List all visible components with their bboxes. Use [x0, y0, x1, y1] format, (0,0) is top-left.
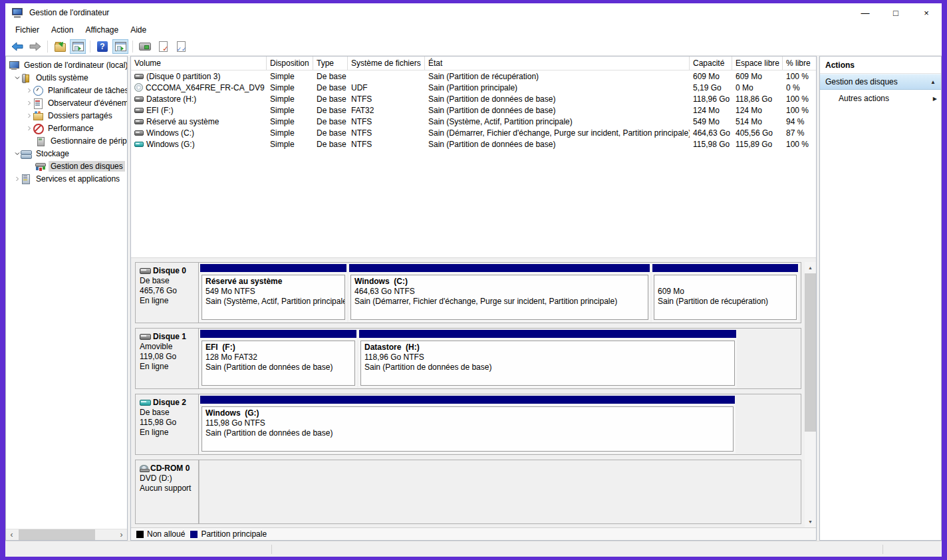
- tree-item-dossiers-partages[interactable]: Dossiers partagés: [6, 109, 127, 122]
- menu-aide[interactable]: Aide: [124, 23, 152, 37]
- column-header-espace-libre[interactable]: Espace libre: [732, 57, 783, 70]
- scrollbar-track[interactable]: [17, 529, 116, 541]
- disk-size: 119,08 Go: [140, 352, 196, 362]
- partition-block[interactable]: Windows (G:) 115,98 Go NTFS Sain (Partit…: [200, 395, 736, 454]
- volume-row[interactable]: CCCOMA_X64FRE_FR-CA_DV9 (E:) Simple De b…: [131, 82, 816, 93]
- volume-row[interactable]: EFI (F:) Simple De base FAT32 Sain (Part…: [131, 104, 816, 116]
- volume-list-empty-space: [131, 150, 816, 258]
- maximize-button[interactable]: □: [880, 3, 911, 22]
- legend-label: Non alloué: [147, 529, 185, 539]
- actions-group-gestion-des-disques[interactable]: Gestion des disques ▲: [820, 74, 941, 90]
- chevron-down-icon[interactable]: [14, 150, 21, 157]
- partition-size: 118,96 Go NTFS: [364, 352, 731, 362]
- scrollbar-track[interactable]: [805, 273, 816, 516]
- chevron-right-icon[interactable]: [26, 125, 33, 132]
- partition-color-bar: [200, 264, 346, 272]
- volume-free-pct: 100 %: [783, 94, 813, 104]
- volume-row[interactable]: Windows (C:) Simple De base NTFS Sain (D…: [131, 127, 816, 138]
- tree-item-gestion-des-disques[interactable]: Gestion des disques: [6, 160, 127, 172]
- volume-type: De base: [313, 128, 348, 138]
- partition-size: 128 Mo FAT32: [205, 352, 351, 362]
- chevron-right-icon[interactable]: [14, 176, 21, 182]
- volume-row[interactable]: Windows (G:) Simple De base NTFS Sain (P…: [131, 138, 816, 150]
- volume-row[interactable]: (Disque 0 partition 3) Simple De base Sa…: [131, 70, 816, 82]
- submenu-arrow-icon[interactable]: ▶: [933, 96, 937, 102]
- scrollbar-thumb[interactable]: [805, 273, 816, 432]
- disk-label-box[interactable]: Disque 2 De base 115,98 Go En ligne: [136, 394, 199, 454]
- tree-root-label: Gestion de l'ordinateur (local): [22, 60, 127, 70]
- disk-name: Disque 2: [153, 398, 186, 408]
- forward-button[interactable]: [27, 39, 43, 54]
- column-header-type[interactable]: Type: [313, 57, 348, 70]
- actions-panel-title: Actions: [820, 57, 941, 74]
- partition-status: Sain (Système, Actif, Partition principa…: [205, 297, 341, 307]
- column-header-capacite[interactable]: Capacité: [690, 57, 732, 70]
- tree-item-outils-systeme[interactable]: Outils système: [6, 71, 127, 84]
- volume-status: Sain (Système, Actif, Partition principa…: [425, 117, 690, 126]
- tree-item-gestionnaire-peripheriques[interactable]: Gestionnaire de périphé: [6, 134, 127, 147]
- scroll-up-arrow-icon[interactable]: ▲: [805, 262, 816, 273]
- disk-label-box[interactable]: Disque 0 De base 465,76 Go En ligne: [136, 263, 199, 323]
- volume-row[interactable]: Réservé au système Simple De base NTFS S…: [131, 116, 816, 127]
- column-header-fs[interactable]: Système de fichiers: [348, 57, 425, 70]
- column-header-volume[interactable]: Volume: [131, 57, 267, 70]
- volume-row[interactable]: Datastore (H:) Simple De base NTFS Sain …: [131, 93, 816, 104]
- cdrom-label-box[interactable]: CD-ROM 0 DVD (D:) Aucun support: [136, 460, 199, 523]
- tree-item-stockage[interactable]: Stockage: [6, 147, 127, 160]
- minimize-button[interactable]: —: [850, 3, 880, 22]
- chevron-down-icon[interactable]: [14, 74, 21, 81]
- column-header-disposition[interactable]: Disposition: [267, 57, 313, 70]
- column-header-pct-libre[interactable]: % libre: [783, 57, 813, 70]
- tree-item-performance[interactable]: Performance: [6, 122, 127, 134]
- title-bar[interactable]: Gestion de l'ordinateur — □ ×: [5, 3, 942, 22]
- chevron-right-icon[interactable]: [26, 87, 33, 94]
- tree-root[interactable]: Gestion de l'ordinateur (local): [6, 59, 127, 71]
- help-button[interactable]: ?: [94, 39, 110, 54]
- tree-horizontal-scrollbar[interactable]: ‹ ›: [6, 529, 127, 540]
- partition-icon: [134, 74, 144, 79]
- tree-item-planificateur[interactable]: Planificateur de tâches: [6, 84, 127, 96]
- partition-block[interactable]: 609 Mo Sain (Partition de récupération): [652, 263, 799, 322]
- partition-block[interactable]: Datastore (H:) 118,96 Go NTFS Sain (Part…: [358, 329, 737, 388]
- app-icon: [12, 8, 24, 18]
- close-button[interactable]: ×: [911, 3, 942, 22]
- chevron-right-icon[interactable]: [26, 100, 33, 106]
- help-icon: ?: [97, 41, 108, 52]
- disk-name: CD-ROM 0: [150, 464, 190, 474]
- legend-label: Partition principale: [201, 529, 267, 539]
- menu-action[interactable]: Action: [45, 23, 79, 37]
- console-tree-panel: Gestion de l'ordinateur (local) Outils s…: [5, 56, 128, 541]
- actions-item-autres-actions[interactable]: Autres actions ▶: [820, 90, 941, 107]
- partition-icon: [134, 96, 144, 102]
- scroll-right-arrow-icon[interactable]: ›: [116, 529, 127, 541]
- partition-block[interactable]: EFI (F:) 128 Mo FAT32 Sain (Partition de…: [200, 329, 357, 388]
- partition-block[interactable]: Réservé au système 549 Mo NTFS Sain (Sys…: [200, 263, 347, 322]
- scroll-down-arrow-icon[interactable]: ▼: [805, 516, 816, 527]
- show-console-tree-button[interactable]: [70, 39, 86, 54]
- partition-icon-teal: [134, 142, 144, 147]
- menu-affichage[interactable]: Affichage: [79, 23, 124, 37]
- menu-fichier[interactable]: Fichier: [9, 23, 45, 37]
- tree-item-services-applications[interactable]: Services et applications: [6, 172, 127, 185]
- back-button[interactable]: [9, 39, 25, 54]
- disk-label-box[interactable]: Disque 1 Amovible 119,08 Go En ligne: [136, 329, 199, 388]
- disk-tool-button[interactable]: [137, 39, 153, 54]
- toolbar-separator: [47, 41, 48, 53]
- customize-view-button[interactable]: ✓✓: [173, 39, 189, 54]
- collapse-icon[interactable]: ▲: [930, 79, 936, 85]
- volume-status: Sain (Partition de données de base): [425, 94, 690, 104]
- check-disk-button[interactable]: ✓: [155, 39, 171, 54]
- volume-fs: NTFS: [348, 128, 425, 138]
- chevron-right-icon[interactable]: [26, 112, 33, 119]
- volume-type: De base: [313, 94, 348, 104]
- column-header-etat[interactable]: État: [425, 57, 690, 70]
- tree-item-observateur[interactable]: Observateur d'événeme: [6, 96, 127, 109]
- disk-view-vertical-scrollbar[interactable]: ▲ ▼: [805, 262, 816, 527]
- up-one-level-button[interactable]: [52, 39, 68, 54]
- show-action-pane-button[interactable]: [112, 39, 128, 54]
- scroll-left-arrow-icon[interactable]: ‹: [6, 529, 17, 541]
- volume-disposition: Simple: [267, 128, 313, 138]
- disk-icon-teal: [140, 400, 151, 406]
- partition-block[interactable]: Windows (C:) 464,63 Go NTFS Sain (Démarr…: [348, 263, 650, 322]
- scrollbar-thumb[interactable]: [19, 529, 95, 541]
